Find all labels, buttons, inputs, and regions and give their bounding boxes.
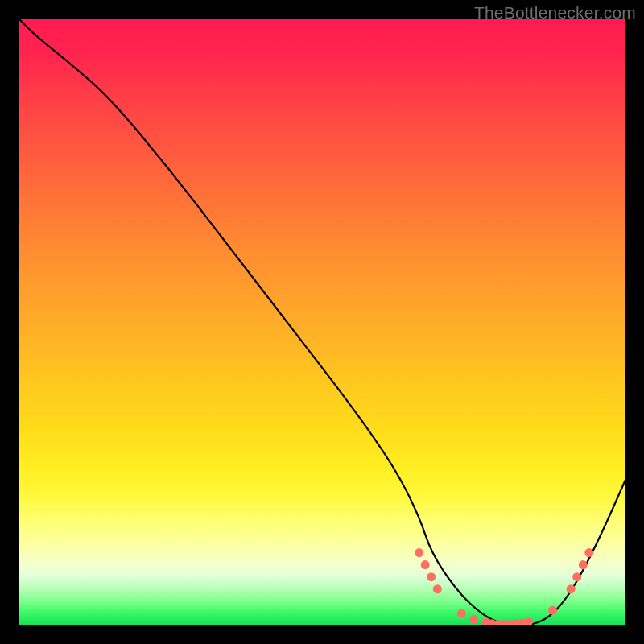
highlight-dots [415,548,593,625]
highlight-dot [572,572,581,581]
curve-layer [19,19,625,625]
highlight-dot [579,560,588,569]
highlight-dot [421,560,430,569]
highlight-dot [427,572,436,581]
highlight-dot [584,548,593,557]
bottleneck-curve [19,19,625,625]
highlight-dot [524,617,533,625]
highlight-dot [457,609,466,617]
chart-frame: TheBottlenecker.com [0,0,644,644]
highlight-dot [433,584,442,593]
highlight-dot [567,584,576,593]
watermark-text: TheBottlenecker.com [474,3,636,23]
highlight-dot [469,615,478,624]
highlight-dot [548,606,557,615]
plot-area [19,19,625,625]
highlight-dot [415,548,423,557]
